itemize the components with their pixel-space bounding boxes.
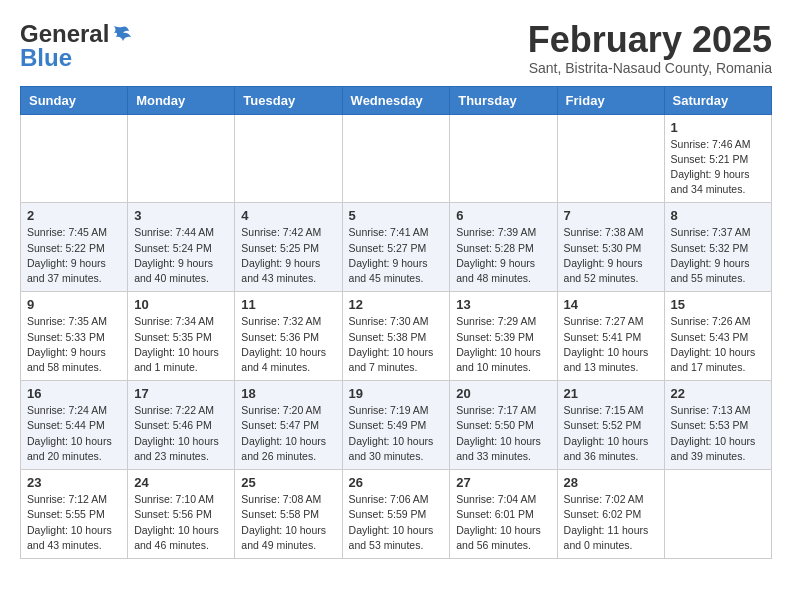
day-info: Sunrise: 7:13 AM Sunset: 5:53 PM Dayligh… — [671, 403, 765, 464]
calendar-table: SundayMondayTuesdayWednesdayThursdayFrid… — [20, 86, 772, 559]
day-info: Sunrise: 7:24 AM Sunset: 5:44 PM Dayligh… — [27, 403, 121, 464]
calendar-header-saturday: Saturday — [664, 86, 771, 114]
calendar-cell: 13Sunrise: 7:29 AM Sunset: 5:39 PM Dayli… — [450, 292, 557, 381]
calendar-cell — [664, 470, 771, 559]
calendar-cell: 25Sunrise: 7:08 AM Sunset: 5:58 PM Dayli… — [235, 470, 342, 559]
calendar-cell: 26Sunrise: 7:06 AM Sunset: 5:59 PM Dayli… — [342, 470, 450, 559]
day-info: Sunrise: 7:04 AM Sunset: 6:01 PM Dayligh… — [456, 492, 550, 553]
calendar-cell: 27Sunrise: 7:04 AM Sunset: 6:01 PM Dayli… — [450, 470, 557, 559]
day-number: 8 — [671, 208, 765, 223]
calendar-cell: 17Sunrise: 7:22 AM Sunset: 5:46 PM Dayli… — [128, 381, 235, 470]
calendar-cell: 5Sunrise: 7:41 AM Sunset: 5:27 PM Daylig… — [342, 203, 450, 292]
calendar-header-sunday: Sunday — [21, 86, 128, 114]
day-number: 5 — [349, 208, 444, 223]
day-number: 25 — [241, 475, 335, 490]
day-number: 11 — [241, 297, 335, 312]
calendar-cell: 24Sunrise: 7:10 AM Sunset: 5:56 PM Dayli… — [128, 470, 235, 559]
day-info: Sunrise: 7:37 AM Sunset: 5:32 PM Dayligh… — [671, 225, 765, 286]
day-number: 3 — [134, 208, 228, 223]
day-info: Sunrise: 7:45 AM Sunset: 5:22 PM Dayligh… — [27, 225, 121, 286]
day-number: 13 — [456, 297, 550, 312]
calendar-week-row: 23Sunrise: 7:12 AM Sunset: 5:55 PM Dayli… — [21, 470, 772, 559]
day-info: Sunrise: 7:41 AM Sunset: 5:27 PM Dayligh… — [349, 225, 444, 286]
calendar-cell — [235, 114, 342, 203]
day-info: Sunrise: 7:29 AM Sunset: 5:39 PM Dayligh… — [456, 314, 550, 375]
day-number: 4 — [241, 208, 335, 223]
day-number: 12 — [349, 297, 444, 312]
day-info: Sunrise: 7:22 AM Sunset: 5:46 PM Dayligh… — [134, 403, 228, 464]
calendar-cell: 1Sunrise: 7:46 AM Sunset: 5:21 PM Daylig… — [664, 114, 771, 203]
calendar-cell: 18Sunrise: 7:20 AM Sunset: 5:47 PM Dayli… — [235, 381, 342, 470]
day-number: 7 — [564, 208, 658, 223]
day-number: 19 — [349, 386, 444, 401]
day-number: 2 — [27, 208, 121, 223]
calendar-cell: 9Sunrise: 7:35 AM Sunset: 5:33 PM Daylig… — [21, 292, 128, 381]
day-info: Sunrise: 7:39 AM Sunset: 5:28 PM Dayligh… — [456, 225, 550, 286]
day-number: 15 — [671, 297, 765, 312]
day-number: 18 — [241, 386, 335, 401]
day-number: 16 — [27, 386, 121, 401]
day-number: 14 — [564, 297, 658, 312]
calendar-cell: 3Sunrise: 7:44 AM Sunset: 5:24 PM Daylig… — [128, 203, 235, 292]
calendar-cell: 8Sunrise: 7:37 AM Sunset: 5:32 PM Daylig… — [664, 203, 771, 292]
day-info: Sunrise: 7:20 AM Sunset: 5:47 PM Dayligh… — [241, 403, 335, 464]
day-number: 22 — [671, 386, 765, 401]
day-info: Sunrise: 7:42 AM Sunset: 5:25 PM Dayligh… — [241, 225, 335, 286]
day-info: Sunrise: 7:02 AM Sunset: 6:02 PM Dayligh… — [564, 492, 658, 553]
calendar-week-row: 1Sunrise: 7:46 AM Sunset: 5:21 PM Daylig… — [21, 114, 772, 203]
calendar-week-row: 9Sunrise: 7:35 AM Sunset: 5:33 PM Daylig… — [21, 292, 772, 381]
day-info: Sunrise: 7:12 AM Sunset: 5:55 PM Dayligh… — [27, 492, 121, 553]
calendar-cell: 7Sunrise: 7:38 AM Sunset: 5:30 PM Daylig… — [557, 203, 664, 292]
calendar-cell — [128, 114, 235, 203]
day-number: 20 — [456, 386, 550, 401]
calendar-cell: 21Sunrise: 7:15 AM Sunset: 5:52 PM Dayli… — [557, 381, 664, 470]
calendar-header-friday: Friday — [557, 86, 664, 114]
calendar-cell: 2Sunrise: 7:45 AM Sunset: 5:22 PM Daylig… — [21, 203, 128, 292]
day-info: Sunrise: 7:32 AM Sunset: 5:36 PM Dayligh… — [241, 314, 335, 375]
calendar-cell: 4Sunrise: 7:42 AM Sunset: 5:25 PM Daylig… — [235, 203, 342, 292]
calendar-header-row: SundayMondayTuesdayWednesdayThursdayFrid… — [21, 86, 772, 114]
day-number: 17 — [134, 386, 228, 401]
logo-blue: Blue — [20, 48, 72, 67]
month-year: February 2025 — [528, 20, 772, 60]
location: Sant, Bistrita-Nasaud County, Romania — [528, 60, 772, 76]
calendar-cell: 22Sunrise: 7:13 AM Sunset: 5:53 PM Dayli… — [664, 381, 771, 470]
calendar-cell: 12Sunrise: 7:30 AM Sunset: 5:38 PM Dayli… — [342, 292, 450, 381]
day-info: Sunrise: 7:17 AM Sunset: 5:50 PM Dayligh… — [456, 403, 550, 464]
logo: General Blue — [20, 20, 135, 67]
day-info: Sunrise: 7:27 AM Sunset: 5:41 PM Dayligh… — [564, 314, 658, 375]
calendar-cell — [342, 114, 450, 203]
calendar-cell: 14Sunrise: 7:27 AM Sunset: 5:41 PM Dayli… — [557, 292, 664, 381]
calendar-header-thursday: Thursday — [450, 86, 557, 114]
calendar-cell: 20Sunrise: 7:17 AM Sunset: 5:50 PM Dayli… — [450, 381, 557, 470]
page-header: General Blue February 2025 Sant, Bistrit… — [20, 20, 772, 76]
calendar-cell: 10Sunrise: 7:34 AM Sunset: 5:35 PM Dayli… — [128, 292, 235, 381]
calendar-cell — [450, 114, 557, 203]
calendar-header-tuesday: Tuesday — [235, 86, 342, 114]
calendar-cell: 15Sunrise: 7:26 AM Sunset: 5:43 PM Dayli… — [664, 292, 771, 381]
day-info: Sunrise: 7:10 AM Sunset: 5:56 PM Dayligh… — [134, 492, 228, 553]
day-number: 23 — [27, 475, 121, 490]
calendar-cell: 19Sunrise: 7:19 AM Sunset: 5:49 PM Dayli… — [342, 381, 450, 470]
day-info: Sunrise: 7:46 AM Sunset: 5:21 PM Dayligh… — [671, 137, 765, 198]
calendar-week-row: 16Sunrise: 7:24 AM Sunset: 5:44 PM Dayli… — [21, 381, 772, 470]
day-number: 1 — [671, 120, 765, 135]
day-info: Sunrise: 7:34 AM Sunset: 5:35 PM Dayligh… — [134, 314, 228, 375]
day-info: Sunrise: 7:08 AM Sunset: 5:58 PM Dayligh… — [241, 492, 335, 553]
day-number: 10 — [134, 297, 228, 312]
day-info: Sunrise: 7:06 AM Sunset: 5:59 PM Dayligh… — [349, 492, 444, 553]
day-info: Sunrise: 7:30 AM Sunset: 5:38 PM Dayligh… — [349, 314, 444, 375]
day-number: 21 — [564, 386, 658, 401]
calendar-cell: 23Sunrise: 7:12 AM Sunset: 5:55 PM Dayli… — [21, 470, 128, 559]
calendar-cell: 28Sunrise: 7:02 AM Sunset: 6:02 PM Dayli… — [557, 470, 664, 559]
day-info: Sunrise: 7:26 AM Sunset: 5:43 PM Dayligh… — [671, 314, 765, 375]
logo-icon — [111, 23, 133, 45]
calendar-cell: 11Sunrise: 7:32 AM Sunset: 5:36 PM Dayli… — [235, 292, 342, 381]
day-number: 6 — [456, 208, 550, 223]
day-number: 9 — [27, 297, 121, 312]
day-info: Sunrise: 7:38 AM Sunset: 5:30 PM Dayligh… — [564, 225, 658, 286]
day-number: 28 — [564, 475, 658, 490]
calendar-cell: 6Sunrise: 7:39 AM Sunset: 5:28 PM Daylig… — [450, 203, 557, 292]
day-number: 24 — [134, 475, 228, 490]
calendar-header-wednesday: Wednesday — [342, 86, 450, 114]
